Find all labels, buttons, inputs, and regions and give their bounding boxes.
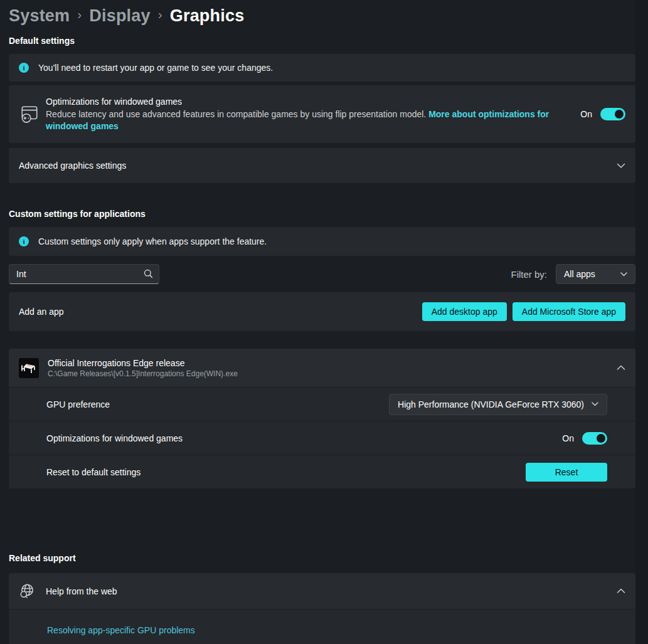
scrollbar-gutter[interactable] [635,0,648,644]
help-from-web-card: Help from the web Resolving app-specific… [9,573,635,644]
optimizations-text-block: Optimizations for windowed games Reduce … [46,97,554,132]
toggle-knob [615,110,624,119]
filter-dropdown-value: All apps [564,269,595,279]
help-expander-header[interactable]: Help from the web [9,573,635,609]
chevron-up-icon [617,588,625,594]
help-link-gpu-problems[interactable]: Resolving app-specific GPU problems [47,625,625,635]
chevron-down-icon [617,163,625,169]
app-search-toolbar: Filter by: All apps [9,264,635,284]
graphics-settings-page: System › Display › Graphics Default sett… [9,0,635,644]
add-store-app-button[interactable]: Add Microsoft Store app [513,302,625,321]
restart-info-banner: i You'll need to restart your app or gam… [9,54,635,82]
chevron-down-icon [592,402,598,406]
optimizations-windowed-games-card: Optimizations for windowed games Reduce … [9,85,635,143]
add-desktop-app-button[interactable]: Add desktop app [422,302,507,321]
advanced-graphics-settings-label: Advanced graphics settings [19,161,126,171]
custom-settings-info-banner: i Custom settings only apply when apps s… [9,227,635,256]
add-an-app-label: Add an app [19,307,64,317]
help-links: Resolving app-specific GPU problems Upda… [9,609,635,644]
app-path: C:\Game Releases\[v0.1.5]Interrogations … [48,369,238,378]
gpu-preference-row: GPU preference High Performance (NVIDIA … [9,387,635,421]
section-related-support: Related support [9,553,635,563]
breadcrumb-separator-icon: › [158,7,162,22]
filter-by-label: Filter by: [511,269,547,280]
optimizations-description: Reduce latency and use advanced features… [46,108,554,132]
breadcrumb-display[interactable]: Display [89,6,150,26]
app-title-block: Official Interrogations Edge release C:\… [48,358,238,378]
toggle-state-label: On [580,109,592,119]
custom-settings-info-text: Custom settings only apply when apps sup… [38,236,267,246]
restart-info-text: You'll need to restart your app or game … [38,63,273,73]
search-icon[interactable] [144,269,153,281]
breadcrumb-separator-icon: › [77,7,82,22]
app-optimizations-row: Optimizations for windowed games On [9,421,635,455]
toggle-state-label: On [562,433,574,443]
reset-label: Reset to default settings [46,467,141,477]
help-from-web-label: Help from the web [46,586,117,596]
add-an-app-row: Add an app Add desktop app Add Microsoft… [9,292,635,331]
section-custom-settings: Custom settings for applications [9,209,635,219]
reset-row: Reset to default settings Reset [9,455,635,488]
breadcrumb-system[interactable]: System [9,6,70,26]
app-name: Official Interrogations Edge release [48,358,238,368]
windowed-games-icon [19,105,40,124]
app-optimizations-label: Optimizations for windowed games [46,433,183,443]
optimizations-control: On [580,108,625,120]
optimizations-description-text: Reduce latency and use advanced features… [46,109,426,119]
app-expander-header[interactable]: Official Interrogations Edge release C:\… [9,349,635,387]
page-title: Graphics [170,6,245,26]
section-default-settings: Default settings [9,36,635,46]
filter-dropdown[interactable]: All apps [556,264,635,284]
optimizations-title: Optimizations for windowed games [46,97,554,107]
app-icon [19,358,39,378]
app-settings-card: Official Interrogations Edge release C:\… [9,349,635,488]
breadcrumb: System › Display › Graphics [9,0,635,26]
add-app-buttons: Add desktop app Add Microsoft Store app [422,302,625,321]
chevron-up-icon [617,365,625,371]
filter-group: Filter by: All apps [511,264,635,284]
gpu-preference-value: High Performance (NVIDIA GeForce RTX 306… [398,399,584,409]
reset-button[interactable]: Reset [526,463,607,482]
globe-search-icon [19,583,36,599]
advanced-graphics-settings-row[interactable]: Advanced graphics settings [9,148,635,183]
app-optimizations-toggle[interactable] [582,432,607,445]
gpu-preference-dropdown[interactable]: High Performance (NVIDIA GeForce RTX 306… [389,394,607,415]
gpu-preference-label: GPU preference [46,399,110,409]
info-icon: i [19,63,29,73]
info-icon: i [19,236,29,246]
optimizations-toggle[interactable] [600,108,625,120]
chevron-down-icon [620,272,627,277]
toggle-knob [597,434,605,443]
search-input[interactable] [9,264,159,284]
app-search-box [9,264,159,284]
